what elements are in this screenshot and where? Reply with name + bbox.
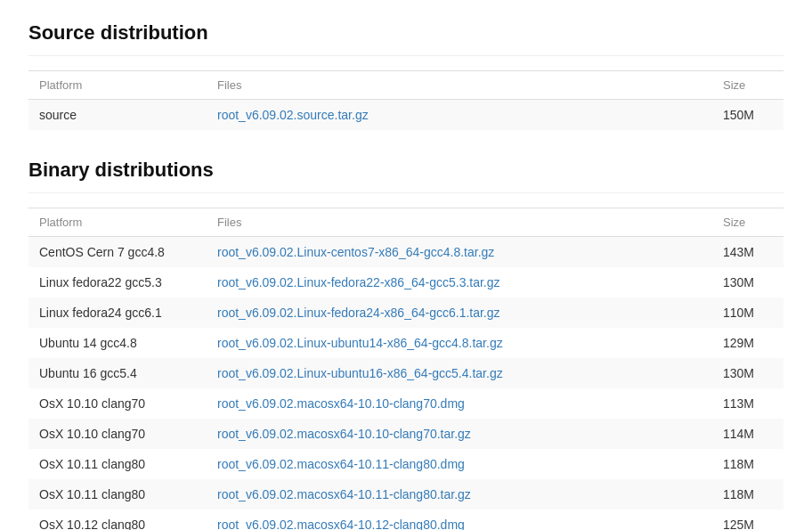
platform-cell: OsX 10.11 clang80 [28, 449, 207, 479]
source-distribution-section: Source distribution Platform Files Size … [28, 21, 784, 130]
size-cell: 110M [712, 298, 784, 328]
source-col-size: Size [712, 71, 784, 100]
source-distribution-table: Platform Files Size source root_v6.09.02… [28, 70, 784, 130]
file-link[interactable]: root_v6.09.02.Linux-fedora22-x86_64-gcc5… [217, 275, 500, 289]
binary-section-divider [28, 192, 784, 193]
table-row: OsX 10.10 clang70 root_v6.09.02.macosx64… [28, 388, 784, 419]
file-cell: root_v6.09.02.source.tar.gz [207, 100, 712, 131]
platform-cell: CentOS Cern 7 gcc4.8 [28, 237, 207, 268]
file-cell: root_v6.09.02.macosx64-10.11-clang80.tar… [207, 479, 712, 510]
binary-distributions-section: Binary distributions Platform Files Size… [28, 159, 784, 530]
size-cell: 130M [712, 358, 784, 388]
platform-cell: Ubuntu 14 gcc4.8 [28, 328, 207, 358]
file-cell: root_v6.09.02.macosx64-10.10-clang70.dmg [207, 388, 712, 419]
binary-col-size: Size [712, 208, 784, 237]
binary-distributions-table: Platform Files Size CentOS Cern 7 gcc4.8… [28, 208, 784, 530]
binary-col-files: Files [207, 208, 712, 237]
file-cell: root_v6.09.02.Linux-ubuntu14-x86_64-gcc4… [207, 328, 712, 358]
platform-cell: OsX 10.10 clang70 [28, 388, 207, 419]
source-col-platform: Platform [28, 71, 207, 100]
size-cell: 150M [712, 100, 784, 131]
size-cell: 114M [712, 419, 784, 449]
file-link[interactable]: root_v6.09.02.Linux-centos7-x86_64-gcc4.… [217, 245, 494, 259]
table-row: OsX 10.12 clang80 root_v6.09.02.macosx64… [28, 510, 784, 530]
file-link[interactable]: root_v6.09.02.Linux-ubuntu14-x86_64-gcc4… [217, 336, 503, 350]
source-table-body: source root_v6.09.02.source.tar.gz 150M [28, 100, 784, 131]
platform-cell: Linux fedora22 gcc5.3 [28, 267, 207, 298]
table-row: OsX 10.11 clang80 root_v6.09.02.macosx64… [28, 449, 784, 479]
table-row: OsX 10.10 clang70 root_v6.09.02.macosx64… [28, 419, 784, 449]
platform-cell: OsX 10.10 clang70 [28, 419, 207, 449]
file-link[interactable]: root_v6.09.02.macosx64-10.11-clang80.dmg [217, 457, 465, 471]
table-row: CentOS Cern 7 gcc4.8 root_v6.09.02.Linux… [28, 237, 784, 268]
file-cell: root_v6.09.02.Linux-fedora24-x86_64-gcc6… [207, 298, 712, 328]
table-row: Ubuntu 14 gcc4.8 root_v6.09.02.Linux-ubu… [28, 328, 784, 358]
file-cell: root_v6.09.02.Linux-ubuntu16-x86_64-gcc5… [207, 358, 712, 388]
table-row: OsX 10.11 clang80 root_v6.09.02.macosx64… [28, 479, 784, 510]
platform-cell: OsX 10.12 clang80 [28, 510, 207, 530]
binary-distributions-title: Binary distributions [28, 159, 784, 182]
source-col-files: Files [207, 71, 712, 100]
platform-cell: Linux fedora24 gcc6.1 [28, 298, 207, 328]
file-link[interactable]: root_v6.09.02.macosx64-10.10-clang70.dmg [217, 396, 465, 411]
platform-cell: OsX 10.11 clang80 [28, 479, 207, 510]
source-distribution-title: Source distribution [28, 21, 784, 45]
table-row: Ubuntu 16 gcc5.4 root_v6.09.02.Linux-ubu… [28, 358, 784, 388]
file-cell: root_v6.09.02.Linux-fedora22-x86_64-gcc5… [207, 267, 712, 298]
file-link[interactable]: root_v6.09.02.Linux-fedora24-x86_64-gcc6… [217, 306, 500, 320]
table-row: Linux fedora24 gcc6.1 root_v6.09.02.Linu… [28, 298, 784, 328]
file-cell: root_v6.09.02.macosx64-10.12-clang80.dmg [207, 510, 712, 530]
binary-table-header: Platform Files Size [28, 208, 784, 237]
size-cell: 129M [712, 328, 784, 358]
size-cell: 125M [712, 510, 784, 530]
source-table-header: Platform Files Size [28, 71, 784, 100]
file-link[interactable]: root_v6.09.02.Linux-ubuntu16-x86_64-gcc5… [217, 366, 503, 380]
section-divider [28, 55, 784, 56]
size-cell: 118M [712, 449, 784, 479]
size-cell: 118M [712, 479, 784, 510]
file-cell: root_v6.09.02.macosx64-10.11-clang80.dmg [207, 449, 712, 479]
table-row: Linux fedora22 gcc5.3 root_v6.09.02.Linu… [28, 267, 784, 298]
file-link[interactable]: root_v6.09.02.macosx64-10.10-clang70.tar… [217, 427, 471, 441]
binary-col-platform: Platform [28, 208, 207, 237]
size-cell: 130M [712, 267, 784, 298]
file-link[interactable]: root_v6.09.02.macosx64-10.12-clang80.dmg [217, 518, 465, 530]
table-row: source root_v6.09.02.source.tar.gz 150M [28, 100, 784, 131]
file-cell: root_v6.09.02.macosx64-10.10-clang70.tar… [207, 419, 712, 449]
platform-cell: source [28, 100, 207, 131]
file-cell: root_v6.09.02.Linux-centos7-x86_64-gcc4.… [207, 237, 712, 268]
file-link[interactable]: root_v6.09.02.macosx64-10.11-clang80.tar… [217, 487, 471, 501]
file-link[interactable]: root_v6.09.02.source.tar.gz [217, 108, 369, 122]
platform-cell: Ubuntu 16 gcc5.4 [28, 358, 207, 388]
size-cell: 143M [712, 237, 784, 268]
size-cell: 113M [712, 388, 784, 419]
binary-table-body: CentOS Cern 7 gcc4.8 root_v6.09.02.Linux… [28, 237, 784, 531]
